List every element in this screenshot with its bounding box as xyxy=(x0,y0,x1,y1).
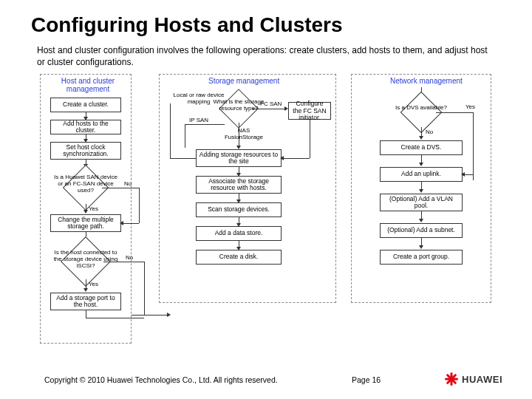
c1-create-cluster: Create a cluster. xyxy=(50,98,121,112)
c2-create-disk: Create a disk. xyxy=(196,250,282,265)
c3-subnet: (Optional) Add a subnet. xyxy=(380,223,463,238)
c2-scan: Scan storage devices. xyxy=(196,202,282,217)
c3-no: No xyxy=(426,129,433,135)
c1-change-path: Change the multiple storage path. xyxy=(50,214,121,232)
edge-yes-2: Yes xyxy=(89,281,98,287)
c1-clock-sync: Set host clock synchronization. xyxy=(50,142,121,160)
copyright: Copyright © 2010 Huawei Technologies Co.… xyxy=(44,375,278,384)
c3-vlan-pool: (Optional) Add a VLAN pool. xyxy=(380,194,463,211)
c2-datastore: Add a data store. xyxy=(196,226,282,241)
c2-nas: NAS FusionStorage xyxy=(222,127,266,140)
c1-add-storage-port: Add a storage port to the host. xyxy=(50,293,121,310)
flowchart: Host and cluster management Storage mana… xyxy=(37,74,495,347)
page-number: Page 16 xyxy=(352,375,381,384)
edge-no-1: No xyxy=(124,180,132,187)
intro-text: Host and cluster configuration involves … xyxy=(0,41,532,74)
edge-yes-1: Yes xyxy=(89,205,98,212)
edge-no-2: No xyxy=(126,254,133,261)
brand-text: HUAWEI xyxy=(462,374,502,385)
c2-associate: Associate the storage resource with host… xyxy=(196,176,282,194)
col3-header: Network management xyxy=(390,77,463,85)
c3-create-dvs: Create a DVS. xyxy=(380,140,463,155)
c3-uplink: Add an uplink. xyxy=(380,167,463,182)
c1-add-hosts: Add hosts to the cluster. xyxy=(50,120,121,134)
huawei-petals-icon xyxy=(443,371,460,387)
c2-fc-san: FC SAN xyxy=(260,100,282,107)
c3-port-group: Create a port group. xyxy=(380,250,463,265)
huawei-logo: HUAWEI xyxy=(443,371,502,387)
c2-local-raw: Local or raw device mapping xyxy=(170,92,228,105)
c2-fc-initiator: Configure the FC SAN initiator. xyxy=(288,102,331,120)
col2-header: Storage management xyxy=(208,77,279,85)
c2-ipsan: IP SAN xyxy=(189,117,208,123)
col1-header: Host and cluster management xyxy=(59,77,117,93)
c2-add-resources: Adding storage resources to the site xyxy=(196,149,282,167)
c3-yes: Yes xyxy=(466,103,475,110)
page-title: Configuring Hosts and Clusters xyxy=(0,0,532,41)
